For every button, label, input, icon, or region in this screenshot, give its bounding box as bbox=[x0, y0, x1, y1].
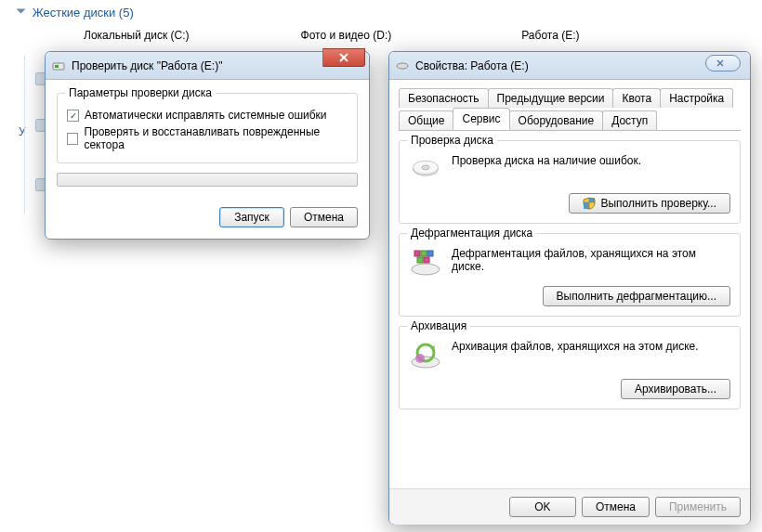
check-disk-dialog: Проверить диск "Работа (E:)" Параметры п… bbox=[45, 51, 370, 240]
drive-icon bbox=[51, 58, 66, 73]
start-button[interactable]: Запуск bbox=[219, 207, 284, 227]
svg-rect-7 bbox=[584, 202, 589, 209]
group-defrag-legend: Дефрагментация диска bbox=[407, 227, 536, 240]
shield-icon bbox=[583, 197, 596, 210]
backup-text: Архивация файлов, хранящихся на этом дис… bbox=[452, 340, 699, 353]
group-backup: Архивация Архивация файлов, хранящихся н… bbox=[399, 326, 741, 409]
check-disk-title: Проверить диск "Работа (E:)" bbox=[72, 59, 222, 72]
checkbox-scan-recover[interactable] bbox=[67, 133, 78, 145]
close-button[interactable] bbox=[322, 48, 365, 67]
run-backup-button[interactable]: Архивировать... bbox=[621, 379, 730, 399]
disk-check-text: Проверка диска на наличие ошибок. bbox=[452, 154, 641, 167]
cancel-button[interactable]: Отмена bbox=[582, 497, 650, 517]
apply-button[interactable]: Применить bbox=[655, 497, 741, 517]
group-backup-legend: Архивация bbox=[407, 319, 470, 332]
properties-titlebar[interactable]: Свойства: Работа (E:) bbox=[389, 52, 750, 80]
drive-row: Локальный диск (C:) Фото и видео (D:) Ра… bbox=[19, 29, 762, 42]
tab-hardware[interactable]: Оборудование bbox=[509, 110, 604, 130]
group-disk-check: Проверка диска Проверка диска на наличие… bbox=[399, 140, 741, 224]
svg-rect-13 bbox=[424, 257, 429, 263]
group-check-params: Параметры проверки диска ✓ Автоматически… bbox=[57, 93, 358, 163]
properties-body: Безопасность Предыдущие версии Квота Нас… bbox=[389, 80, 750, 488]
ok-button[interactable]: OK bbox=[509, 497, 576, 517]
tab-tools[interactable]: Сервис bbox=[453, 108, 509, 130]
drive-icon bbox=[395, 58, 410, 73]
tab-strip: Безопасность Предыдущие версии Квота Нас… bbox=[399, 85, 741, 131]
run-backup-button-label: Архивировать... bbox=[635, 383, 716, 396]
group-defrag: Дефрагментация диска Дефрагментация файл… bbox=[399, 233, 741, 317]
help-button[interactable] bbox=[705, 55, 741, 71]
check-disk-body: Параметры проверки диска ✓ Автоматически… bbox=[46, 80, 369, 239]
svg-rect-11 bbox=[427, 251, 433, 256]
properties-title: Свойства: Работа (E:) bbox=[415, 59, 529, 72]
svg-rect-12 bbox=[417, 257, 423, 263]
close-icon bbox=[338, 53, 349, 62]
drive-e[interactable]: Работа (E:) bbox=[521, 29, 579, 42]
checkbox-auto-fix-label: Автоматически исправлять системные ошибк… bbox=[85, 109, 327, 122]
drive-category-header[interactable]: Жесткие диски (5) bbox=[19, 0, 762, 29]
window-controls bbox=[322, 48, 365, 67]
tab-general[interactable]: Общие bbox=[399, 110, 453, 130]
tab-previous-versions[interactable]: Предыдущие версии bbox=[488, 88, 614, 108]
svg-point-8 bbox=[412, 264, 440, 275]
run-defrag-button-label: Выполнить дефрагментацию... bbox=[557, 290, 716, 303]
run-check-button[interactable]: Выполнить проверку... bbox=[569, 193, 730, 214]
drive-c[interactable]: Локальный диск (C:) bbox=[84, 29, 190, 42]
run-check-button-label: Выполнить проверку... bbox=[600, 197, 716, 210]
svg-rect-18 bbox=[55, 65, 59, 68]
tab-sharing[interactable]: Доступ bbox=[602, 110, 657, 130]
progress-bar bbox=[57, 173, 358, 187]
cancel-button[interactable]: Отмена bbox=[290, 207, 358, 227]
group-check-params-legend: Параметры проверки диска bbox=[65, 86, 216, 99]
check-disk-button-row: Запуск Отмена bbox=[57, 207, 358, 227]
backup-icon bbox=[409, 340, 442, 370]
checkbox-scan-recover-label: Проверять и восстанавливать поврежденные… bbox=[84, 125, 348, 151]
defrag-icon bbox=[409, 247, 442, 277]
check-disk-titlebar[interactable]: Проверить диск "Работа (E:)" bbox=[46, 52, 369, 80]
group-disk-check-legend: Проверка диска bbox=[407, 134, 497, 147]
collapse-caret-icon bbox=[17, 9, 26, 14]
tab-quota[interactable]: Квота bbox=[612, 88, 661, 108]
properties-button-row: OK Отмена Применить bbox=[389, 488, 750, 525]
defrag-text: Дефрагментация файлов, хранящихся на это… bbox=[452, 247, 730, 273]
checkbox-scan-recover-row[interactable]: Проверять и восстанавливать поврежденные… bbox=[67, 123, 348, 153]
svg-rect-9 bbox=[414, 251, 420, 256]
checkbox-auto-fix-row[interactable]: ✓ Автоматически исправлять системные оши… bbox=[67, 107, 348, 123]
svg-point-0 bbox=[397, 63, 408, 69]
tab-customize[interactable]: Настройка bbox=[660, 88, 733, 108]
drive-d[interactable]: Фото и видео (D:) bbox=[301, 29, 392, 42]
checkbox-auto-fix[interactable]: ✓ bbox=[67, 110, 79, 122]
svg-point-16 bbox=[415, 354, 425, 363]
svg-point-5 bbox=[422, 165, 429, 170]
disk-check-icon bbox=[409, 154, 442, 184]
svg-rect-6 bbox=[589, 198, 595, 202]
tree-guide-line bbox=[24, 56, 25, 214]
properties-window: Свойства: Работа (E:) Безопасность Преды… bbox=[388, 51, 751, 525]
category-label: Жесткие диски (5) bbox=[33, 6, 134, 19]
svg-rect-10 bbox=[421, 251, 427, 256]
tab-security[interactable]: Безопасность bbox=[399, 88, 489, 108]
run-defrag-button[interactable]: Выполнить дефрагментацию... bbox=[543, 286, 730, 306]
